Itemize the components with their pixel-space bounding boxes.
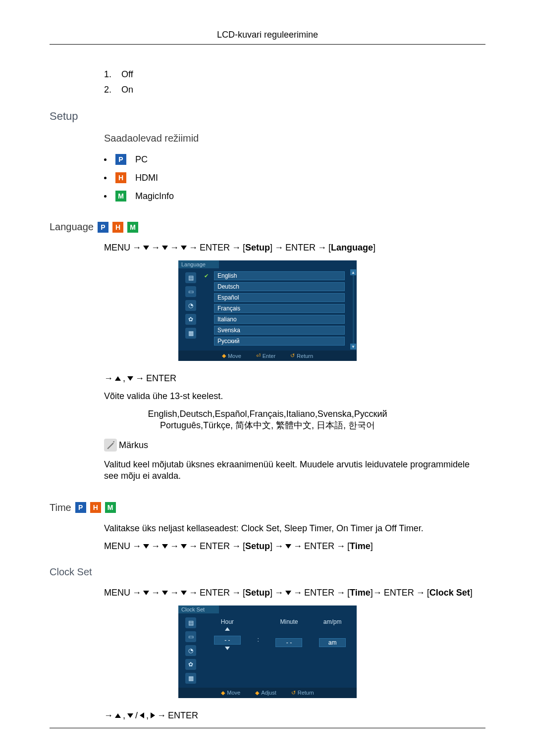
- footer-adjust: ◆Adjust: [255, 690, 276, 696]
- footer-return: ↺Return: [291, 690, 314, 696]
- down-icon: [162, 544, 168, 549]
- osd-title: Language: [178, 260, 219, 268]
- up-icon: [115, 713, 121, 718]
- mode-pc-icon: P: [115, 154, 126, 165]
- nav-menu: MENU: [104, 541, 130, 552]
- clock-hour-label: Hour: [214, 618, 241, 625]
- osd-tab-power-icon[interactable]: ◔: [185, 300, 196, 311]
- mode-pc-icon: P: [98, 222, 108, 233]
- down-icon: [181, 591, 187, 595]
- clock-ampm-label: am/pm: [319, 618, 346, 625]
- arrow-right-icon: →: [318, 243, 326, 253]
- scroll-up-icon[interactable]: ▲: [350, 269, 356, 275]
- check-icon: ✔: [204, 273, 211, 279]
- arrow-right-icon: →: [232, 541, 241, 552]
- language-label: Français: [214, 304, 345, 313]
- nav-time: Time: [350, 541, 371, 551]
- language-option[interactable]: ✔ English: [204, 271, 345, 280]
- list-number: 2.: [104, 85, 111, 95]
- move-icon: ◆: [221, 690, 225, 696]
- osd-sidebar: ▤ ▭ ◔ ✿ ▦: [178, 268, 203, 351]
- mode-item-pc: P PC: [104, 154, 485, 165]
- language-nav-sequence: MENU → → → → ENTER → [Setup] → ENTER → […: [104, 243, 485, 253]
- setup-heading: Setup: [50, 110, 485, 123]
- arrow-right-icon: →: [189, 588, 198, 598]
- down-icon: [285, 544, 291, 549]
- clockset-nav2: → , / , → ENTER: [104, 710, 485, 721]
- osd-tab-settings-icon[interactable]: ✿: [185, 314, 196, 325]
- clock-minute-value[interactable]: - -: [275, 638, 302, 647]
- arrow-right-icon: →: [132, 243, 141, 253]
- language-label: Deutsch: [214, 282, 345, 291]
- osd-tab-display-icon[interactable]: ▭: [185, 631, 196, 642]
- language-option[interactable]: Svenska: [204, 326, 345, 335]
- bullet-icon: [104, 195, 107, 198]
- arrow-right-icon: →: [189, 541, 198, 552]
- mode-label: MagicInfo: [135, 191, 174, 202]
- osd-tab-picture-icon[interactable]: ▤: [185, 617, 196, 628]
- nav-setup: Setup: [245, 588, 270, 598]
- nav-menu: MENU: [104, 243, 130, 253]
- arrow-right-icon: →: [274, 243, 283, 253]
- language-option[interactable]: Español: [204, 293, 345, 302]
- arrow-right-icon: →: [293, 588, 302, 598]
- osd-tab-misc-icon[interactable]: ▦: [185, 328, 196, 339]
- time-mode: Sleep Timer: [284, 523, 331, 533]
- osd-title: Clock Set: [178, 605, 219, 613]
- down-icon: [143, 544, 149, 549]
- mode-hdmi-icon: H: [90, 502, 101, 513]
- osd-scrollbar[interactable]: ▲ ▼: [350, 268, 357, 351]
- language-label: Svenska: [214, 326, 345, 335]
- mode-item-hdmi: H HDMI: [104, 172, 485, 183]
- language-option[interactable]: Русский: [204, 337, 345, 346]
- mode-hdmi-icon: H: [112, 222, 123, 233]
- note-text: Valitud keel mõjutab üksnes ekraanimenüü…: [104, 459, 485, 482]
- down-icon: [162, 246, 168, 250]
- arrow-right-icon: →: [189, 243, 198, 253]
- list-item: 1. Off: [104, 69, 485, 80]
- nav-menu: MENU: [104, 588, 130, 598]
- language-nav2: → , → ENTER: [104, 373, 485, 384]
- osd-tab-display-icon[interactable]: ▭: [185, 286, 196, 297]
- bullet-icon: [104, 158, 107, 161]
- language-option[interactable]: Italiano: [204, 315, 345, 324]
- arrow-right-icon: →: [104, 710, 113, 721]
- osd-tab-power-icon[interactable]: ◔: [185, 645, 196, 656]
- language-option[interactable]: Deutsch: [204, 282, 345, 291]
- osd-tab-settings-icon[interactable]: ✿: [185, 659, 196, 670]
- footer-enter: ⏎Enter: [256, 353, 275, 359]
- clock-minute-col: Minute - -: [275, 618, 302, 647]
- osd-tab-misc-icon[interactable]: ▦: [185, 673, 196, 684]
- up-icon: [115, 376, 121, 381]
- down-icon: [143, 591, 149, 595]
- osd-tab-picture-icon[interactable]: ▤: [185, 272, 196, 283]
- scroll-down-icon[interactable]: ▼: [350, 344, 356, 350]
- arrow-right-icon: →: [151, 541, 160, 552]
- osd-footer: ◆Move ⏎Enter ↺Return: [178, 351, 357, 361]
- time-heading: Time P H M: [50, 502, 485, 513]
- language-label: Italiano: [214, 315, 345, 324]
- mode-pc-icon: P: [75, 502, 86, 513]
- heading-text: Language: [50, 221, 94, 233]
- language-option[interactable]: Français: [204, 304, 345, 313]
- time-mode: On Timer: [336, 523, 373, 533]
- down-icon: [127, 713, 133, 718]
- arrow-right-icon: →: [170, 541, 179, 552]
- list-number: 1.: [104, 69, 111, 80]
- arrow-right-icon: →: [336, 588, 345, 598]
- clock-colon: :: [257, 636, 259, 650]
- clock-hour-value[interactable]: - -: [214, 636, 241, 645]
- down-icon: [127, 376, 133, 381]
- mode-magicinfo-icon: M: [115, 191, 126, 202]
- heading-text: Time: [50, 502, 71, 513]
- up-icon[interactable]: [225, 627, 230, 631]
- list-label: On: [121, 85, 133, 95]
- nav-enter: ENTER: [168, 710, 198, 721]
- clockset-nav-sequence: MENU → → → → ENTER → [Setup] → → ENTER →…: [104, 588, 485, 598]
- left-icon: [140, 712, 144, 718]
- nav-setup: Setup: [245, 243, 270, 252]
- mode-magicinfo-icon: M: [127, 222, 138, 233]
- down-icon: [181, 246, 187, 250]
- clock-ampm-value[interactable]: am: [319, 638, 346, 647]
- down-icon[interactable]: [225, 647, 230, 650]
